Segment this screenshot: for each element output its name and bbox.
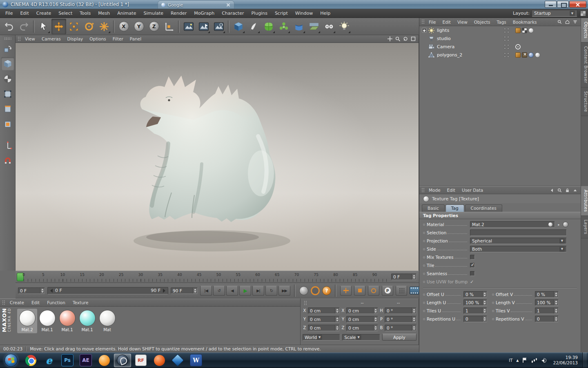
- timeline-ruler[interactable]: 051015202530354045505560657075808590 0 F: [16, 271, 419, 283]
- apply-button[interactable]: Apply: [382, 334, 416, 341]
- media-player-taskbar-icon[interactable]: [96, 354, 113, 367]
- menu-item-create[interactable]: Create: [6, 299, 28, 307]
- offset-u-field[interactable]: 0 %: [463, 291, 487, 298]
- taskbar-clock[interactable]: 19:3922/06/2013: [550, 355, 580, 366]
- size-z-field[interactable]: 0 cm: [346, 325, 378, 331]
- cinema4d-taskbar-icon[interactable]: [114, 354, 131, 367]
- play-button[interactable]: ▶: [239, 286, 251, 296]
- repetitions-u-field[interactable]: 0: [463, 316, 487, 322]
- viewport-rotate-icon[interactable]: [403, 36, 408, 42]
- word-taskbar-icon[interactable]: W: [187, 354, 205, 367]
- render-visibility-dots[interactable]: [507, 44, 509, 49]
- start-button[interactable]: [1, 353, 21, 368]
- history-back-icon[interactable]: [549, 188, 555, 193]
- add-spline-icon[interactable]: [246, 19, 261, 34]
- material-item-mat-2[interactable]: Mat.2: [17, 309, 37, 333]
- axis-mode-icon[interactable]: [1, 139, 14, 152]
- up-arrow-icon[interactable]: [572, 188, 578, 193]
- add-deformer-icon[interactable]: [292, 19, 306, 34]
- menu-item-render[interactable]: Render: [167, 9, 190, 18]
- spinner-arrows[interactable]: [412, 274, 416, 280]
- language-indicator[interactable]: IT: [509, 358, 512, 363]
- menu-item-view[interactable]: View: [454, 18, 471, 26]
- layout-grid-icon[interactable]: [581, 11, 586, 16]
- background-browser-tab[interactable]: Google: [158, 0, 234, 9]
- internet-explorer-taskbar-icon[interactable]: e: [40, 354, 58, 367]
- texture-mode-icon[interactable]: [1, 72, 14, 85]
- compositing-tag[interactable]: [515, 28, 521, 33]
- menu-item-panel[interactable]: Panel: [127, 35, 145, 43]
- key-pla-button[interactable]: [396, 286, 407, 296]
- render-visibility-dots[interactable]: [507, 28, 509, 33]
- repetitions-v-field[interactable]: 0: [535, 316, 559, 322]
- panel-grip[interactable]: [421, 19, 424, 25]
- range-start-field[interactable]: 0 F: [18, 287, 45, 294]
- animation-dot[interactable]: [423, 302, 425, 304]
- length-u-field[interactable]: 100 %: [463, 299, 487, 306]
- menu-item-bookmarks[interactable]: Bookmarks: [510, 18, 540, 26]
- redo-icon[interactable]: [17, 19, 31, 34]
- undo-icon[interactable]: [2, 19, 16, 34]
- menu-item-view[interactable]: View: [22, 35, 38, 43]
- rotation-b-field[interactable]: 0 °: [385, 325, 416, 331]
- texture-tag[interactable]: [535, 52, 540, 58]
- maximize-button[interactable]: [557, 1, 569, 8]
- key-parameter-button[interactable]: P: [382, 286, 393, 296]
- viewport-canvas[interactable]: [16, 43, 419, 271]
- panel-grip[interactable]: [2, 300, 5, 305]
- target-tag[interactable]: [515, 44, 521, 49]
- tile-checkbox[interactable]: [470, 263, 475, 268]
- layout-dropdown[interactable]: Startup: [532, 10, 577, 17]
- goto-end-button[interactable]: ▶▶: [278, 286, 290, 296]
- side-tab-layers[interactable]: Layers: [581, 216, 588, 238]
- autokey-button[interactable]: [311, 286, 320, 295]
- close-button[interactable]: [569, 1, 586, 8]
- prev-frame-button[interactable]: ◀: [226, 286, 238, 296]
- viewport-toggle-icon[interactable]: [410, 36, 416, 42]
- keyframe-help-button[interactable]: ?: [322, 286, 331, 295]
- snap-icon[interactable]: [1, 154, 14, 167]
- object-row-studio[interactable]: studio: [419, 34, 581, 43]
- tiles-v-field[interactable]: 1: [535, 307, 559, 314]
- current-frame-field[interactable]: 0 F: [391, 274, 416, 280]
- coordinate-space-dropdown[interactable]: World: [303, 334, 340, 341]
- show-desktop-button[interactable]: [582, 352, 587, 368]
- seamless-checkbox[interactable]: [470, 271, 475, 276]
- material-popup-button[interactable]: ▸: [557, 222, 561, 227]
- expander-icon[interactable]: [422, 28, 427, 33]
- material-item-mat-1[interactable]: Mat.1: [57, 309, 77, 333]
- material-item-mat-1[interactable]: Mat.1: [77, 309, 97, 333]
- editor-visibility-dots[interactable]: [504, 28, 506, 33]
- side-tab-objects[interactable]: Objects: [581, 18, 588, 43]
- photoshop-taskbar-icon[interactable]: Ps: [59, 354, 76, 367]
- action-center-icon[interactable]: [522, 358, 528, 363]
- menu-item-filter[interactable]: Filter: [109, 35, 127, 43]
- goto-start-button[interactable]: |◀: [200, 286, 212, 296]
- menu-item-select[interactable]: Select: [55, 9, 76, 18]
- menu-item-user-data[interactable]: User Data: [459, 186, 486, 194]
- checker-tag[interactable]: [522, 28, 527, 33]
- texture-tag[interactable]: [528, 28, 534, 33]
- animation-dot[interactable]: [492, 318, 494, 320]
- menu-item-script[interactable]: Script: [271, 9, 292, 18]
- menu-item-tools[interactable]: Tools: [76, 9, 94, 18]
- projection-dropdown[interactable]: Spherical: [470, 238, 567, 244]
- side-tab-structure[interactable]: Structure: [581, 88, 588, 116]
- search-icon[interactable]: [557, 188, 562, 193]
- range-end-field[interactable]: 90 F: [171, 287, 198, 294]
- panel-grip[interactable]: [18, 36, 20, 42]
- mix-textures-checkbox[interactable]: [470, 255, 475, 260]
- menu-item-edit[interactable]: Edit: [28, 299, 43, 307]
- toolbar-grip[interactable]: [4, 37, 11, 40]
- selection-field[interactable]: [470, 229, 567, 236]
- menu-item-mode[interactable]: Mode: [425, 186, 444, 194]
- menu-item-edit[interactable]: Edit: [439, 18, 454, 26]
- animation-dot[interactable]: [423, 318, 425, 320]
- filter-icon[interactable]: [572, 19, 578, 25]
- scale-mode-dropdown[interactable]: Scale: [342, 334, 380, 341]
- object-row-camera[interactable]: Camera: [419, 43, 581, 51]
- position-x-field[interactable]: 0 cm: [308, 307, 340, 314]
- render-visibility-dots[interactable]: [507, 52, 509, 58]
- position-z-field[interactable]: 0 cm: [308, 325, 340, 331]
- size-y-field[interactable]: 0 cm: [346, 316, 378, 323]
